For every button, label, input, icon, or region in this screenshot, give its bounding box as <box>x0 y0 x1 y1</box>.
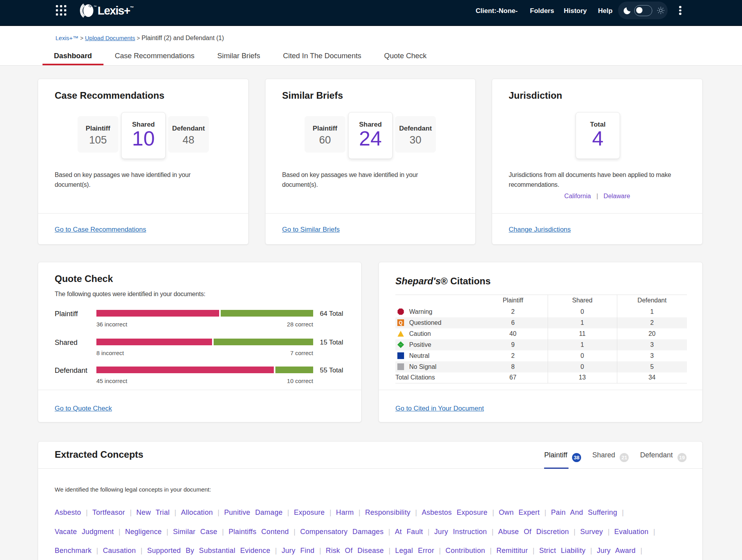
svg-text:Q: Q <box>399 320 402 326</box>
